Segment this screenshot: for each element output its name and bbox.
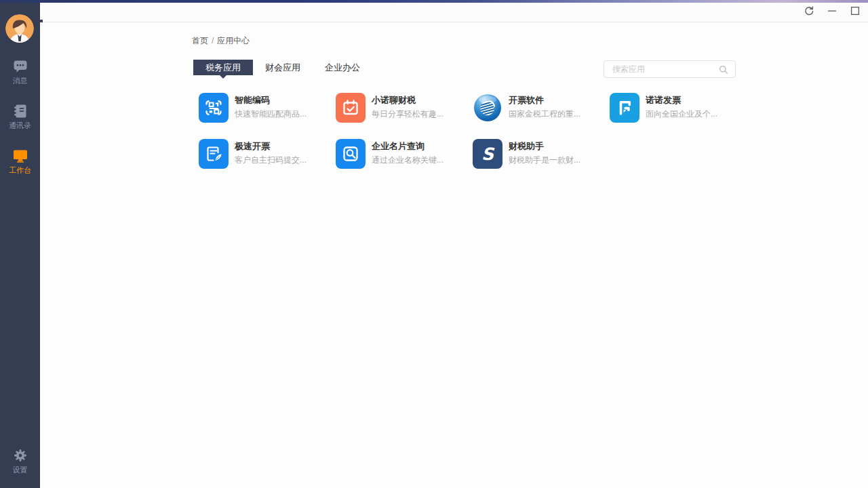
minimize-icon	[826, 5, 838, 20]
search-input[interactable]	[604, 61, 714, 77]
breadcrumb-home[interactable]: 首页	[192, 36, 208, 45]
refresh-button[interactable]	[800, 5, 818, 20]
category-tabs: 税务应用财会应用企业办公	[193, 60, 372, 75]
sidebar-item-settings[interactable]: 设置	[0, 447, 40, 474]
app-description: 每日分享轻松有趣...	[372, 108, 443, 120]
app-card-text: 极速开票客户自主扫码提交...	[235, 139, 307, 169]
app-card-invoicing-software[interactable]: 开票软件国家金税工程的重...	[473, 93, 610, 123]
breadcrumb-current: 应用中心	[217, 36, 250, 45]
chat-bubble-icon	[12, 58, 28, 75]
app-card-tax-assistant[interactable]: S财税助手财税助手是一款财...	[473, 139, 610, 169]
app-title: 极速开票	[235, 141, 307, 151]
sidebar-item-label: 工作台	[9, 166, 31, 174]
sidebar-item-label: 设置	[13, 466, 28, 474]
app-title: 诺诺发票	[646, 95, 717, 105]
app-center-page: 首页/应用中心 税务应用财会应用企业办公 智能编码快速智能匹配商品...小诺聊财…	[40, 22, 868, 488]
avatar[interactable]	[5, 14, 34, 43]
app-card-text: 开票软件国家金税工程的重...	[509, 93, 580, 123]
breadcrumb: 首页/应用中心	[192, 35, 250, 47]
app-description: 快速智能匹配商品...	[235, 108, 307, 120]
s-badge-icon: S	[473, 139, 502, 169]
maximize-button[interactable]	[846, 5, 864, 20]
sidebar-item-workbench[interactable]: 工作台	[0, 148, 40, 174]
calendar-check-icon	[336, 93, 366, 123]
app-title: 企业名片查询	[372, 141, 443, 151]
app-card-smart-coding[interactable]: 智能编码快速智能匹配商品...	[199, 93, 336, 123]
app-description: 通过企业名称关键...	[372, 155, 443, 166]
app-card-xiaonuo-tax-chat[interactable]: 小诺聊财税每日分享轻松有趣...	[336, 93, 473, 123]
invoice-f-icon	[610, 93, 639, 123]
app-title: 财税助手	[509, 141, 580, 151]
app-card-company-card-search[interactable]: 企业名片查询通过企业名称关键...	[336, 139, 473, 169]
app-window: 消息通讯录工作台 设置 首页/应用中心 税务应用财会应用企业办公	[0, 0, 868, 488]
user-avatar-icon	[5, 33, 34, 43]
app-description: 国家金税工程的重...	[509, 108, 580, 120]
tab-tax-apps[interactable]: 税务应用	[193, 60, 253, 75]
app-description: 客户自主扫码提交...	[235, 155, 307, 166]
app-grid: 智能编码快速智能匹配商品...小诺聊财税每日分享轻松有趣...开票软件国家金税工…	[199, 93, 736, 169]
search-icon	[719, 65, 728, 75]
sidebar-item-messages[interactable]: 消息	[0, 58, 40, 85]
app-card-speed-invoicing[interactable]: 极速开票客户自主扫码提交...	[199, 139, 336, 169]
app-card-text: 诺诺发票面向全国企业及个...	[646, 93, 717, 123]
qr-scan-icon	[199, 93, 229, 123]
gear-icon	[12, 447, 28, 464]
aisino-globe-icon	[473, 93, 502, 123]
app-description: 面向全国企业及个...	[646, 108, 717, 120]
monitor-icon	[12, 148, 28, 164]
app-title: 小诺聊财税	[372, 95, 443, 105]
app-description: 财税助手是一款财...	[509, 155, 580, 166]
tab-office-apps[interactable]: 企业办公	[313, 60, 372, 75]
card-search-icon	[336, 139, 366, 169]
doc-pen-icon	[199, 139, 229, 169]
titlebar	[40, 3, 868, 22]
sidebar-item-label: 通讯录	[9, 121, 31, 129]
app-title: 智能编码	[235, 95, 307, 105]
refresh-icon	[803, 5, 815, 20]
app-card-text: 财税助手财税助手是一款财...	[509, 139, 580, 169]
breadcrumb-separator: /	[212, 36, 214, 45]
search-box	[604, 60, 736, 78]
maximize-icon	[849, 5, 861, 20]
sidebar: 消息通讯录工作台 设置	[0, 3, 40, 488]
sidebar-item-label: 消息	[13, 77, 28, 85]
app-card-nuonuo-invoice[interactable]: 诺诺发票面向全国企业及个...	[610, 93, 747, 123]
minimize-button[interactable]	[823, 5, 841, 20]
tab-finance-apps[interactable]: 财会应用	[253, 60, 313, 75]
app-card-text: 企业名片查询通过企业名称关键...	[372, 139, 443, 169]
contacts-book-icon	[12, 103, 28, 119]
svg-text:S: S	[481, 144, 495, 164]
app-card-text: 智能编码快速智能匹配商品...	[235, 93, 307, 123]
sidebar-item-contacts[interactable]: 通讯录	[0, 103, 40, 129]
app-card-text: 小诺聊财税每日分享轻松有趣...	[372, 93, 443, 123]
app-title: 开票软件	[509, 95, 580, 105]
